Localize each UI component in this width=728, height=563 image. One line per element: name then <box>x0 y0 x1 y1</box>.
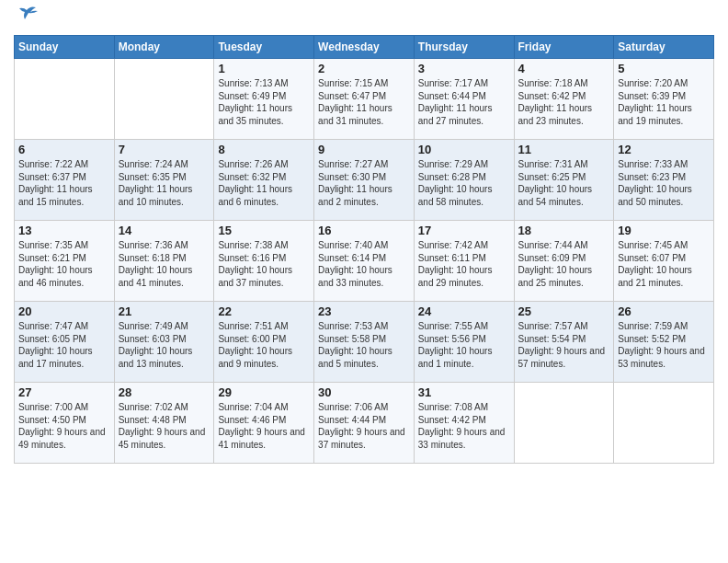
day-info: Sunrise: 7:51 AM Sunset: 6:00 PM Dayligh… <box>218 320 310 370</box>
day-of-week-header: Saturday <box>614 36 714 59</box>
day-info: Sunrise: 7:02 AM Sunset: 4:48 PM Dayligh… <box>119 401 210 451</box>
day-number: 14 <box>119 224 210 237</box>
calendar-cell: 18Sunrise: 7:44 AM Sunset: 6:09 PM Dayli… <box>514 221 614 302</box>
day-of-week-header: Friday <box>514 36 614 59</box>
calendar-cell <box>514 383 614 464</box>
day-number: 7 <box>119 143 210 156</box>
day-info: Sunrise: 7:26 AM Sunset: 6:32 PM Dayligh… <box>218 158 310 208</box>
day-number: 3 <box>418 62 510 75</box>
day-number: 18 <box>518 224 610 237</box>
calendar-week-row: 6Sunrise: 7:22 AM Sunset: 6:37 PM Daylig… <box>15 140 714 221</box>
calendar-table: SundayMondayTuesdayWednesdayThursdayFrid… <box>14 35 714 464</box>
calendar-cell <box>614 383 714 464</box>
day-number: 9 <box>318 143 410 156</box>
calendar-cell: 28Sunrise: 7:02 AM Sunset: 4:48 PM Dayli… <box>114 383 214 464</box>
page: SundayMondayTuesdayWednesdayThursdayFrid… <box>0 0 728 563</box>
calendar-week-row: 1Sunrise: 7:13 AM Sunset: 6:49 PM Daylig… <box>15 59 714 140</box>
day-info: Sunrise: 7:13 AM Sunset: 6:49 PM Dayligh… <box>218 77 310 127</box>
calendar-cell: 29Sunrise: 7:04 AM Sunset: 4:46 PM Dayli… <box>214 383 314 464</box>
day-number: 20 <box>18 304 110 318</box>
day-info: Sunrise: 7:17 AM Sunset: 6:44 PM Dayligh… <box>418 77 510 127</box>
day-number: 25 <box>518 304 610 318</box>
day-info: Sunrise: 7:42 AM Sunset: 6:11 PM Dayligh… <box>418 239 510 289</box>
calendar-cell: 26Sunrise: 7:59 AM Sunset: 5:52 PM Dayli… <box>614 302 714 383</box>
day-number: 23 <box>318 304 410 318</box>
day-number: 6 <box>18 143 110 156</box>
day-info: Sunrise: 7:45 AM Sunset: 6:07 PM Dayligh… <box>618 239 710 289</box>
day-info: Sunrise: 7:38 AM Sunset: 6:16 PM Dayligh… <box>218 239 310 289</box>
calendar-cell: 10Sunrise: 7:29 AM Sunset: 6:28 PM Dayli… <box>414 140 514 221</box>
day-number: 30 <box>318 385 410 399</box>
calendar-week-row: 20Sunrise: 7:47 AM Sunset: 6:05 PM Dayli… <box>15 302 714 383</box>
calendar-week-row: 13Sunrise: 7:35 AM Sunset: 6:21 PM Dayli… <box>15 221 714 302</box>
calendar-cell: 25Sunrise: 7:57 AM Sunset: 5:54 PM Dayli… <box>514 302 614 383</box>
day-info: Sunrise: 7:36 AM Sunset: 6:18 PM Dayligh… <box>119 239 210 289</box>
logo <box>14 13 38 29</box>
header <box>14 9 714 29</box>
day-info: Sunrise: 7:44 AM Sunset: 6:09 PM Dayligh… <box>518 239 610 289</box>
calendar-cell: 20Sunrise: 7:47 AM Sunset: 6:05 PM Dayli… <box>15 302 115 383</box>
day-number: 22 <box>218 304 310 318</box>
day-of-week-header: Wednesday <box>314 36 415 59</box>
day-number: 10 <box>418 143 510 156</box>
calendar-cell: 16Sunrise: 7:40 AM Sunset: 6:14 PM Dayli… <box>314 221 415 302</box>
day-number: 29 <box>218 385 310 399</box>
day-number: 1 <box>218 62 310 75</box>
day-info: Sunrise: 7:33 AM Sunset: 6:23 PM Dayligh… <box>618 158 710 208</box>
day-info: Sunrise: 7:31 AM Sunset: 6:25 PM Dayligh… <box>518 158 610 208</box>
day-number: 21 <box>119 304 210 318</box>
day-number: 31 <box>418 385 510 399</box>
calendar-cell: 9Sunrise: 7:27 AM Sunset: 6:30 PM Daylig… <box>314 140 415 221</box>
day-of-week-header: Tuesday <box>214 36 314 59</box>
day-info: Sunrise: 7:35 AM Sunset: 6:21 PM Dayligh… <box>18 239 110 289</box>
day-info: Sunrise: 7:47 AM Sunset: 6:05 PM Dayligh… <box>18 320 110 370</box>
day-number: 11 <box>518 143 610 156</box>
day-info: Sunrise: 7:22 AM Sunset: 6:37 PM Dayligh… <box>18 158 110 208</box>
calendar-cell: 4Sunrise: 7:18 AM Sunset: 6:42 PM Daylig… <box>514 59 614 140</box>
calendar-header-row: SundayMondayTuesdayWednesdayThursdayFrid… <box>15 36 714 59</box>
calendar-cell: 3Sunrise: 7:17 AM Sunset: 6:44 PM Daylig… <box>414 59 514 140</box>
day-number: 5 <box>618 62 710 75</box>
calendar-cell: 2Sunrise: 7:15 AM Sunset: 6:47 PM Daylig… <box>314 59 415 140</box>
day-info: Sunrise: 7:04 AM Sunset: 4:46 PM Dayligh… <box>218 401 310 451</box>
day-number: 24 <box>418 304 510 318</box>
calendar-cell: 17Sunrise: 7:42 AM Sunset: 6:11 PM Dayli… <box>414 221 514 302</box>
calendar-cell: 24Sunrise: 7:55 AM Sunset: 5:56 PM Dayli… <box>414 302 514 383</box>
calendar-cell: 12Sunrise: 7:33 AM Sunset: 6:23 PM Dayli… <box>614 140 714 221</box>
day-info: Sunrise: 7:18 AM Sunset: 6:42 PM Dayligh… <box>518 77 610 127</box>
calendar-cell: 11Sunrise: 7:31 AM Sunset: 6:25 PM Dayli… <box>514 140 614 221</box>
day-of-week-header: Monday <box>114 36 214 59</box>
day-info: Sunrise: 7:40 AM Sunset: 6:14 PM Dayligh… <box>318 239 410 289</box>
day-info: Sunrise: 7:59 AM Sunset: 5:52 PM Dayligh… <box>618 320 710 370</box>
day-number: 27 <box>18 385 110 399</box>
day-info: Sunrise: 7:15 AM Sunset: 6:47 PM Dayligh… <box>318 77 410 127</box>
calendar-cell: 7Sunrise: 7:24 AM Sunset: 6:35 PM Daylig… <box>114 140 214 221</box>
calendar-cell: 15Sunrise: 7:38 AM Sunset: 6:16 PM Dayli… <box>214 221 314 302</box>
calendar-cell: 27Sunrise: 7:00 AM Sunset: 4:50 PM Dayli… <box>15 383 115 464</box>
logo-bird-icon <box>17 3 38 23</box>
day-number: 28 <box>119 385 210 399</box>
calendar-cell: 31Sunrise: 7:08 AM Sunset: 4:42 PM Dayli… <box>414 383 514 464</box>
day-number: 4 <box>518 62 610 75</box>
day-info: Sunrise: 7:00 AM Sunset: 4:50 PM Dayligh… <box>18 401 110 451</box>
day-of-week-header: Thursday <box>414 36 514 59</box>
calendar-cell: 22Sunrise: 7:51 AM Sunset: 6:00 PM Dayli… <box>214 302 314 383</box>
day-info: Sunrise: 7:49 AM Sunset: 6:03 PM Dayligh… <box>119 320 210 370</box>
calendar-cell: 6Sunrise: 7:22 AM Sunset: 6:37 PM Daylig… <box>15 140 115 221</box>
day-info: Sunrise: 7:20 AM Sunset: 6:39 PM Dayligh… <box>618 77 710 127</box>
day-info: Sunrise: 7:06 AM Sunset: 4:44 PM Dayligh… <box>318 401 410 451</box>
calendar-cell: 21Sunrise: 7:49 AM Sunset: 6:03 PM Dayli… <box>114 302 214 383</box>
day-info: Sunrise: 7:24 AM Sunset: 6:35 PM Dayligh… <box>119 158 210 208</box>
day-number: 12 <box>618 143 710 156</box>
day-info: Sunrise: 7:08 AM Sunset: 4:42 PM Dayligh… <box>418 401 510 451</box>
calendar-cell: 1Sunrise: 7:13 AM Sunset: 6:49 PM Daylig… <box>214 59 314 140</box>
calendar-cell: 5Sunrise: 7:20 AM Sunset: 6:39 PM Daylig… <box>614 59 714 140</box>
calendar-cell: 14Sunrise: 7:36 AM Sunset: 6:18 PM Dayli… <box>114 221 214 302</box>
day-of-week-header: Sunday <box>15 36 115 59</box>
day-info: Sunrise: 7:27 AM Sunset: 6:30 PM Dayligh… <box>318 158 410 208</box>
day-info: Sunrise: 7:57 AM Sunset: 5:54 PM Dayligh… <box>518 320 610 370</box>
day-number: 2 <box>318 62 410 75</box>
day-number: 26 <box>618 304 710 318</box>
calendar-cell: 13Sunrise: 7:35 AM Sunset: 6:21 PM Dayli… <box>15 221 115 302</box>
day-info: Sunrise: 7:55 AM Sunset: 5:56 PM Dayligh… <box>418 320 510 370</box>
